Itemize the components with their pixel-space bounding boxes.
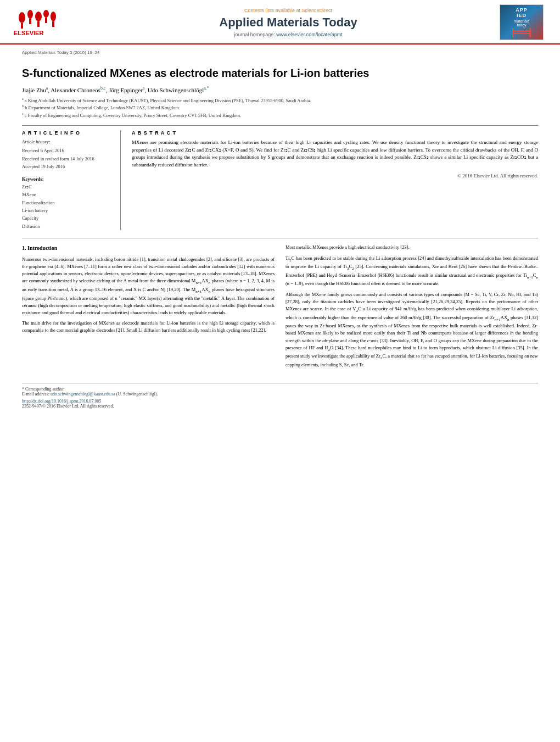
svg-rect-15	[529, 28, 531, 37]
body-section: 1. Introduction Numerous two-dimensional…	[22, 238, 538, 372]
article-info-label: A R T I C L E I N F O	[22, 130, 114, 136]
col2-para-1: Most metallic MXenes provide a high elec…	[285, 244, 538, 251]
svg-rect-14	[512, 28, 514, 37]
date-accepted: Accepted 19 July 2016	[22, 163, 114, 170]
keywords-list: Zr₂C MXene Functionalization Li-ion batt…	[22, 183, 114, 231]
author-chroneos: Alexander Chroneosb,c	[51, 87, 105, 93]
homepage-url[interactable]: www.elsevier.com/locate/apmt	[276, 32, 343, 37]
email-link[interactable]: udo.schwingenschlogl@kaust.edu.sa	[51, 392, 115, 397]
svg-rect-7	[29, 19, 31, 24]
elsevier-logo: ELSEVIER	[11, 9, 66, 36]
col2-para-2: Ti2C has been predicted to be stable dur…	[285, 255, 538, 288]
corresponding-note: * Corresponding author.	[22, 387, 538, 392]
affiliation-c: c c Faculty of Engineering and Computing…	[22, 111, 538, 119]
affiliation-b: b b Department of Materials, Imperial Co…	[22, 104, 538, 111]
affiliation-a: a a King Abdullah University of Science …	[22, 97, 538, 104]
svg-rect-12	[512, 30, 531, 32]
article-title: S-functionalized MXenes as electrode mat…	[22, 66, 538, 80]
journal-title: Applied Materials Today	[77, 15, 500, 30]
article-info-col: A R T I C L E I N F O Article history: R…	[22, 130, 121, 230]
elsevier-logo-area: ELSEVIER	[11, 9, 77, 36]
svg-rect-13	[512, 33, 531, 35]
footnote-area: * Corresponding author. E-mail address: …	[22, 383, 538, 409]
date-received: Received 6 April 2016	[22, 147, 114, 154]
affiliations: a a King Abdullah University of Science …	[22, 97, 538, 119]
date-revised: Received in revised form 14 July 2016	[22, 155, 114, 163]
svg-point-4	[43, 10, 49, 18]
email-note: E-mail address: udo.schwingenschlogl@kau…	[22, 392, 538, 397]
homepage-label: journal homepage:	[234, 32, 275, 37]
abstract-label: A B S T R A C T	[132, 130, 538, 136]
journal-volume: Applied Materials Today 5 (2016) 19–24	[22, 50, 538, 55]
info-abstract-section: A R T I C L E I N F O Article history: R…	[22, 125, 538, 230]
journal-homepage: journal homepage: www.elsevier.com/locat…	[77, 32, 500, 37]
col2-para-3: Although the MXene family grows continuo…	[285, 291, 538, 369]
logo-line3: materials	[514, 19, 529, 23]
journal-logo: APP IED materials today	[500, 4, 544, 40]
keyword-5: Capacity	[22, 214, 114, 222]
sciencedirect-link: Contents lists available at ScienceDirec…	[77, 8, 500, 13]
main-content: Applied Materials Today 5 (2016) 19–24 S…	[0, 44, 560, 420]
svg-rect-8	[37, 21, 40, 27]
svg-rect-6	[21, 23, 23, 29]
svg-text:ELSEVIER: ELSEVIER	[14, 30, 43, 36]
sciencedirect-name[interactable]: ScienceDirect	[302, 8, 333, 13]
keyword-4: Li-ion battery	[22, 207, 114, 214]
svg-rect-10	[52, 21, 54, 27]
journal-logo-area: APP IED materials today	[500, 4, 549, 40]
keyword-6: Diffusion	[22, 222, 114, 230]
email-name: (U. Schwingenschlögl).	[116, 392, 158, 397]
svg-point-2	[27, 10, 33, 19]
abstract-text: MXenes are promising electrode materials…	[132, 139, 538, 169]
doi-link[interactable]: http://dx.doi.org/10.1016/j.apmt.2016.07…	[22, 399, 102, 404]
body-col-1: 1. Introduction Numerous two-dimensional…	[22, 244, 275, 372]
keywords-label: Keywords:	[22, 176, 114, 182]
history-dates: Received 6 April 2016 Received in revise…	[22, 147, 114, 170]
logo-line2: IED	[517, 13, 527, 18]
author-zhu: Jiajie Zhua	[22, 87, 48, 93]
logo-line1: APP	[516, 7, 528, 13]
issn-line: 2352-9407/© 2016 Elsevier Ltd. All right…	[22, 404, 538, 409]
svg-point-1	[19, 12, 25, 23]
page-header: ELSEVIER Contents lists available at Sci…	[0, 0, 560, 44]
keyword-2: MXene	[22, 191, 114, 198]
synthesis-word: synthesis	[369, 323, 387, 328]
email-label: E-mail address:	[22, 392, 49, 397]
svg-point-3	[35, 12, 42, 21]
intro-heading: 1. Introduction	[22, 244, 275, 253]
copyright: © 2016 Elsevier Ltd. All rights reserved…	[132, 173, 538, 178]
journal-info-center: Contents lists available at ScienceDirec…	[77, 8, 500, 37]
svg-rect-9	[45, 18, 47, 23]
logo-line4: today	[517, 23, 526, 27]
corresponding-label: * Corresponding author.	[22, 387, 65, 392]
authors-line: Jiajie Zhua, Alexander Chroneosb,c, Jörg…	[22, 86, 538, 93]
body-col-2: Most metallic MXenes provide a high elec…	[285, 244, 538, 372]
keywords-section: Keywords: Zr₂C MXene Functionalization L…	[22, 176, 114, 231]
keyword-3: Functionalization	[22, 199, 114, 207]
intro-para-1: Numerous two-dimensional materials, incl…	[22, 256, 275, 316]
svg-point-5	[51, 12, 56, 21]
contents-label: Contents lists available at	[244, 8, 300, 13]
author-schwingenschloegl: Udo Schwingenschlögla,*	[148, 87, 209, 93]
intro-para-2: The main drive for the investigation of …	[22, 320, 275, 334]
doi-line: http://dx.doi.org/10.1016/j.apmt.2016.07…	[22, 399, 538, 404]
keyword-1: Zr₂C	[22, 183, 114, 191]
history-label: Article history:	[22, 139, 114, 144]
abstract-col: A B S T R A C T MXenes are promising ele…	[132, 130, 538, 230]
author-eppinger: Jörg Eppingera	[109, 87, 144, 93]
